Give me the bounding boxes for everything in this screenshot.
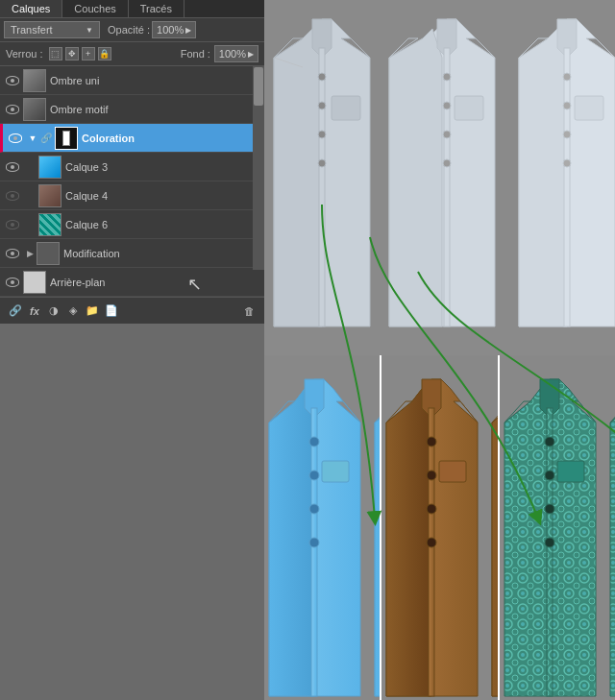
svg-point-3 (318, 131, 326, 138)
svg-point-27 (309, 504, 319, 514)
svg-rect-24 (311, 408, 317, 696)
svg-rect-13 (455, 96, 483, 120)
lock-label: Verrou : (6, 48, 43, 60)
fill-section: Fond : 100% ▶ (181, 45, 258, 62)
pattern-shirts-svg (500, 355, 615, 700)
lock-artboard-icon[interactable]: + (82, 47, 95, 60)
svg-point-18 (563, 102, 571, 109)
svg-rect-29 (322, 461, 349, 482)
tab-couches[interactable]: Couches (62, 0, 128, 17)
svg-point-42 (427, 471, 436, 480)
layer-item-calque4[interactable]: Calque 4 (0, 181, 264, 210)
svg-point-10 (443, 102, 451, 109)
top-shirts-svg (264, 0, 615, 355)
expand-modification[interactable]: ▶ (23, 247, 37, 260)
svg-point-43 (427, 504, 436, 514)
lock-pixels-icon[interactable]: ⬚ (49, 47, 62, 60)
svg-point-44 (427, 538, 436, 547)
svg-point-11 (443, 131, 451, 138)
name-modification: Modification (63, 248, 120, 259)
svg-rect-40 (429, 408, 434, 696)
brown-shirt-preview (381, 355, 499, 700)
lock-fill-row: Verrou : ⬚ ✥ + 🔒 Fond : 100% ▶ (0, 42, 264, 66)
svg-point-65 (545, 471, 554, 480)
fill-label: Fond : (181, 48, 210, 60)
svg-rect-45 (439, 461, 466, 482)
layer-item-arriere-plan[interactable]: Arrière-plan (0, 268, 264, 297)
thumb-calque3 (38, 156, 62, 179)
svg-marker-54 (492, 401, 499, 422)
adjustment-layer-btn[interactable]: ◈ (63, 302, 83, 321)
svg-point-67 (545, 538, 554, 547)
svg-marker-38 (375, 401, 381, 422)
opacity-arrow: ▶ (185, 26, 191, 35)
layer-mask-btn[interactable]: ◑ (44, 302, 63, 321)
svg-point-28 (309, 538, 319, 547)
link-layers-btn[interactable]: 🔗 (6, 302, 25, 321)
svg-point-9 (443, 73, 451, 81)
layers-panel: Calques Couches Tracés Transfert ▼ Opaci… (0, 0, 264, 324)
thumb-ombre-uni (23, 69, 46, 92)
svg-point-26 (309, 471, 319, 480)
thumb-ombre-motif (23, 98, 46, 121)
layer-item-calque6[interactable]: Calque 6 (0, 210, 264, 239)
svg-point-19 (563, 131, 571, 138)
layer-list-scrollbar[interactable] (253, 66, 264, 270)
visibility-calque4[interactable] (4, 187, 21, 205)
svg-rect-16 (564, 48, 570, 326)
opacity-input[interactable]: 100% ▶ (152, 21, 196, 38)
fill-arrow: ▶ (248, 50, 254, 59)
lock-move-icon[interactable]: ✥ (65, 47, 79, 60)
svg-rect-21 (575, 96, 603, 120)
new-layer-btn[interactable]: 📄 (102, 302, 121, 321)
delete-layer-btn[interactable]: 🗑 (239, 302, 258, 321)
layer-item-calque3[interactable]: Calque 3 (0, 153, 264, 181)
bottom-previews (264, 355, 615, 700)
blend-mode-arrow: ▼ (86, 26, 93, 35)
visibility-ombre-motif[interactable] (4, 101, 21, 118)
blue-shirts-svg (264, 355, 381, 700)
layer-item-coloration[interactable]: ▼ 🔗 Coloration (0, 124, 264, 153)
visibility-coloration[interactable] (7, 130, 24, 147)
fill-input[interactable]: 100% ▶ (214, 45, 258, 62)
svg-point-2 (318, 102, 326, 109)
scrollbar-thumb (254, 67, 263, 106)
visibility-modification[interactable] (4, 245, 21, 262)
svg-point-66 (545, 504, 554, 514)
svg-rect-5 (332, 96, 360, 120)
name-calque3: Calque 3 (65, 161, 108, 173)
opacity-label: Opacité : (108, 24, 150, 36)
layer-style-btn[interactable]: fx (25, 302, 44, 321)
thumb-coloration (55, 127, 78, 150)
lock-all-icon[interactable]: 🔒 (98, 47, 111, 60)
brown-shirts-svg (381, 355, 499, 700)
svg-point-17 (563, 73, 571, 81)
expand-coloration[interactable]: ▼ (26, 132, 39, 145)
svg-point-41 (427, 437, 436, 447)
name-arriere-plan: Arrière-plan (50, 277, 105, 288)
tab-traces[interactable]: Tracés (129, 0, 184, 17)
visibility-calque3[interactable] (4, 158, 21, 176)
visibility-calque6[interactable] (4, 216, 21, 233)
tab-calques[interactable]: Calques (0, 0, 62, 17)
svg-rect-0 (319, 48, 325, 326)
layer-list: Ombre uni Ombre motif ▼ 🔗 Coloration Cal… (0, 66, 264, 297)
svg-point-20 (563, 159, 571, 167)
layer-item-modification[interactable]: ▶ Modification (0, 239, 264, 268)
visibility-arriere-plan[interactable] (4, 274, 21, 291)
thumb-calque6 (38, 213, 62, 236)
pattern-shirt-preview (500, 355, 615, 700)
blend-mode-dropdown[interactable]: Transfert ▼ (4, 21, 100, 38)
layer-item-ombre-motif[interactable]: Ombre motif (0, 95, 264, 124)
svg-point-4 (318, 159, 326, 167)
name-calque4: Calque 4 (65, 190, 108, 202)
visibility-ombre-uni[interactable] (4, 72, 21, 89)
group-layers-btn[interactable]: 📁 (83, 302, 102, 321)
svg-rect-68 (557, 461, 584, 482)
name-ombre-motif: Ombre motif (50, 104, 109, 115)
layer-item-ombre-uni[interactable]: Ombre uni (0, 66, 264, 95)
svg-marker-77 (610, 401, 615, 422)
panel-tabs: Calques Couches Tracés (0, 0, 264, 18)
thumb-arriere-plan (23, 271, 46, 294)
thumb-calque4 (38, 184, 62, 207)
